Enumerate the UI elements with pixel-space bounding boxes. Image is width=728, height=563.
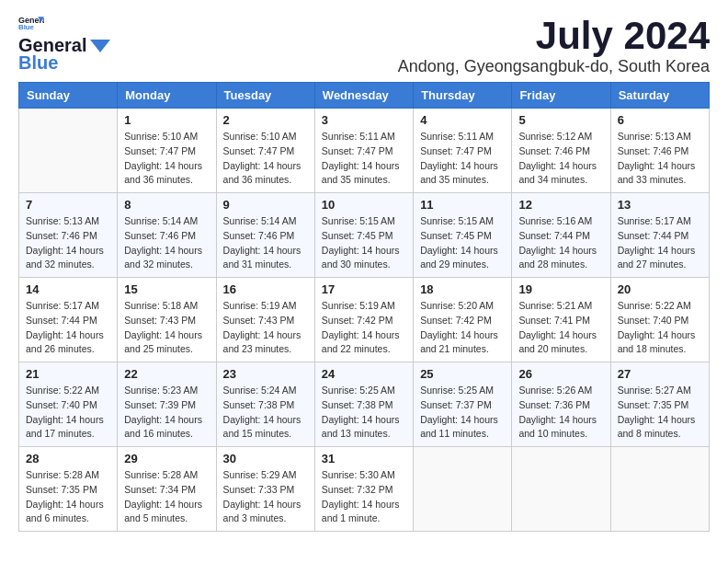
day-number: 13 — [618, 198, 702, 212]
calendar-cell: 8Sunrise: 5:14 AM Sunset: 7:46 PM Daylig… — [118, 193, 216, 278]
calendar-cell: 11Sunrise: 5:15 AM Sunset: 7:45 PM Dayli… — [414, 193, 512, 278]
title-block: July 2024 Andong, Gyeongsangbuk-do, Sout… — [398, 15, 710, 76]
day-number: 16 — [223, 282, 308, 296]
day-info: Sunrise: 5:17 AM Sunset: 7:44 PM Dayligh… — [618, 214, 702, 272]
calendar-cell: 15Sunrise: 5:18 AM Sunset: 7:43 PM Dayli… — [118, 278, 216, 362]
day-number: 21 — [26, 367, 110, 381]
day-number: 30 — [223, 452, 308, 465]
day-number: 9 — [223, 198, 308, 212]
day-info: Sunrise: 5:24 AM Sunset: 7:38 PM Dayligh… — [223, 384, 308, 442]
calendar-week-row: 14Sunrise: 5:17 AM Sunset: 7:44 PM Dayli… — [19, 278, 710, 362]
calendar-cell: 6Sunrise: 5:13 AM Sunset: 7:46 PM Daylig… — [610, 109, 709, 193]
day-info: Sunrise: 5:11 AM Sunset: 7:47 PM Dayligh… — [322, 130, 406, 188]
calendar-cell — [19, 109, 118, 193]
calendar-cell: 24Sunrise: 5:25 AM Sunset: 7:38 PM Dayli… — [314, 362, 413, 447]
calendar-cell: 21Sunrise: 5:22 AM Sunset: 7:40 PM Dayli… — [19, 362, 118, 447]
header-saturday: Saturday — [610, 83, 709, 109]
day-number: 8 — [124, 198, 209, 212]
calendar-cell: 29Sunrise: 5:28 AM Sunset: 7:34 PM Dayli… — [118, 447, 216, 532]
day-number: 28 — [26, 452, 110, 465]
calendar-cell: 14Sunrise: 5:17 AM Sunset: 7:44 PM Dayli… — [19, 278, 118, 362]
calendar-cell — [512, 447, 610, 532]
header-friday: Friday — [512, 83, 610, 109]
day-info: Sunrise: 5:21 AM Sunset: 7:41 PM Dayligh… — [518, 299, 603, 357]
calendar-cell: 31Sunrise: 5:30 AM Sunset: 7:32 PM Dayli… — [314, 447, 413, 532]
day-info: Sunrise: 5:10 AM Sunset: 7:47 PM Dayligh… — [124, 130, 209, 188]
day-number: 7 — [26, 198, 110, 212]
calendar-cell: 3Sunrise: 5:11 AM Sunset: 7:47 PM Daylig… — [314, 109, 413, 193]
day-info: Sunrise: 5:28 AM Sunset: 7:35 PM Dayligh… — [26, 468, 110, 526]
calendar-cell: 7Sunrise: 5:13 AM Sunset: 7:46 PM Daylig… — [19, 193, 118, 278]
header-tuesday: Tuesday — [216, 83, 314, 109]
day-info: Sunrise: 5:23 AM Sunset: 7:39 PM Dayligh… — [124, 384, 209, 442]
calendar-cell: 10Sunrise: 5:15 AM Sunset: 7:45 PM Dayli… — [314, 193, 413, 278]
calendar-cell: 26Sunrise: 5:26 AM Sunset: 7:36 PM Dayli… — [512, 362, 610, 447]
header-thursday: Thursday — [414, 83, 512, 109]
calendar-cell: 5Sunrise: 5:12 AM Sunset: 7:46 PM Daylig… — [512, 109, 610, 193]
day-info: Sunrise: 5:30 AM Sunset: 7:32 PM Dayligh… — [322, 468, 406, 526]
header-wednesday: Wednesday — [314, 83, 413, 109]
calendar-cell: 12Sunrise: 5:16 AM Sunset: 7:44 PM Dayli… — [512, 193, 610, 278]
day-info: Sunrise: 5:20 AM Sunset: 7:42 PM Dayligh… — [420, 299, 505, 357]
day-number: 14 — [26, 282, 110, 296]
calendar-cell: 16Sunrise: 5:19 AM Sunset: 7:43 PM Dayli… — [216, 278, 314, 362]
location-subtitle: Andong, Gyeongsangbuk-do, South Korea — [398, 57, 710, 76]
calendar-cell: 17Sunrise: 5:19 AM Sunset: 7:42 PM Dayli… — [314, 278, 413, 362]
calendar-cell — [610, 447, 709, 532]
logo-blue: Blue — [18, 52, 58, 74]
day-info: Sunrise: 5:14 AM Sunset: 7:46 PM Dayligh… — [223, 214, 308, 272]
day-info: Sunrise: 5:17 AM Sunset: 7:44 PM Dayligh… — [26, 299, 110, 357]
day-number: 31 — [322, 452, 406, 465]
day-info: Sunrise: 5:12 AM Sunset: 7:46 PM Dayligh… — [518, 130, 603, 188]
calendar-week-row: 21Sunrise: 5:22 AM Sunset: 7:40 PM Dayli… — [19, 362, 710, 447]
day-info: Sunrise: 5:26 AM Sunset: 7:36 PM Dayligh… — [518, 384, 603, 442]
calendar-cell: 25Sunrise: 5:25 AM Sunset: 7:37 PM Dayli… — [414, 362, 512, 447]
day-info: Sunrise: 5:19 AM Sunset: 7:42 PM Dayligh… — [322, 299, 406, 357]
calendar-cell: 20Sunrise: 5:22 AM Sunset: 7:40 PM Dayli… — [610, 278, 709, 362]
day-number: 11 — [420, 198, 505, 212]
day-info: Sunrise: 5:22 AM Sunset: 7:40 PM Dayligh… — [618, 299, 702, 357]
day-number: 3 — [322, 113, 406, 127]
day-info: Sunrise: 5:15 AM Sunset: 7:45 PM Dayligh… — [322, 214, 406, 272]
calendar-cell: 18Sunrise: 5:20 AM Sunset: 7:42 PM Dayli… — [414, 278, 512, 362]
logo-triangle-icon — [90, 40, 110, 52]
day-info: Sunrise: 5:14 AM Sunset: 7:46 PM Dayligh… — [124, 214, 209, 272]
day-info: Sunrise: 5:13 AM Sunset: 7:46 PM Dayligh… — [26, 214, 110, 272]
day-info: Sunrise: 5:22 AM Sunset: 7:40 PM Dayligh… — [26, 384, 110, 442]
calendar-cell: 23Sunrise: 5:24 AM Sunset: 7:38 PM Dayli… — [216, 362, 314, 447]
day-number: 26 — [518, 367, 603, 381]
day-number: 29 — [124, 452, 209, 465]
calendar-cell: 22Sunrise: 5:23 AM Sunset: 7:39 PM Dayli… — [118, 362, 216, 447]
calendar-cell: 13Sunrise: 5:17 AM Sunset: 7:44 PM Dayli… — [610, 193, 709, 278]
calendar-cell: 4Sunrise: 5:11 AM Sunset: 7:47 PM Daylig… — [414, 109, 512, 193]
day-number: 4 — [420, 113, 505, 127]
day-number: 20 — [618, 282, 702, 296]
day-number: 19 — [518, 282, 603, 296]
day-info: Sunrise: 5:15 AM Sunset: 7:45 PM Dayligh… — [420, 214, 505, 272]
day-info: Sunrise: 5:25 AM Sunset: 7:37 PM Dayligh… — [420, 384, 505, 442]
page-header: General Blue General Blue July 2024 Ando… — [18, 15, 710, 76]
day-info: Sunrise: 5:28 AM Sunset: 7:34 PM Dayligh… — [124, 468, 209, 526]
header-monday: Monday — [118, 83, 216, 109]
day-info: Sunrise: 5:25 AM Sunset: 7:38 PM Dayligh… — [322, 384, 406, 442]
calendar-table: SundayMondayTuesdayWednesdayThursdayFrid… — [18, 82, 710, 532]
day-number: 27 — [618, 367, 702, 381]
calendar-week-row: 28Sunrise: 5:28 AM Sunset: 7:35 PM Dayli… — [19, 447, 710, 532]
calendar-cell: 30Sunrise: 5:29 AM Sunset: 7:33 PM Dayli… — [216, 447, 314, 532]
day-number: 24 — [322, 367, 406, 381]
day-number: 10 — [322, 198, 406, 212]
day-number: 22 — [124, 367, 209, 381]
day-info: Sunrise: 5:29 AM Sunset: 7:33 PM Dayligh… — [223, 468, 308, 526]
day-number: 2 — [223, 113, 308, 127]
svg-text:Blue: Blue — [18, 23, 35, 31]
day-info: Sunrise: 5:10 AM Sunset: 7:47 PM Dayligh… — [223, 130, 308, 188]
day-info: Sunrise: 5:18 AM Sunset: 7:43 PM Dayligh… — [124, 299, 209, 357]
day-number: 6 — [618, 113, 702, 127]
day-info: Sunrise: 5:16 AM Sunset: 7:44 PM Dayligh… — [518, 214, 603, 272]
calendar-cell — [414, 447, 512, 532]
calendar-cell: 2Sunrise: 5:10 AM Sunset: 7:47 PM Daylig… — [216, 109, 314, 193]
logo: General Blue General Blue — [18, 15, 110, 74]
calendar-cell: 27Sunrise: 5:27 AM Sunset: 7:35 PM Dayli… — [610, 362, 709, 447]
calendar-cell: 1Sunrise: 5:10 AM Sunset: 7:47 PM Daylig… — [118, 109, 216, 193]
calendar-cell: 9Sunrise: 5:14 AM Sunset: 7:46 PM Daylig… — [216, 193, 314, 278]
